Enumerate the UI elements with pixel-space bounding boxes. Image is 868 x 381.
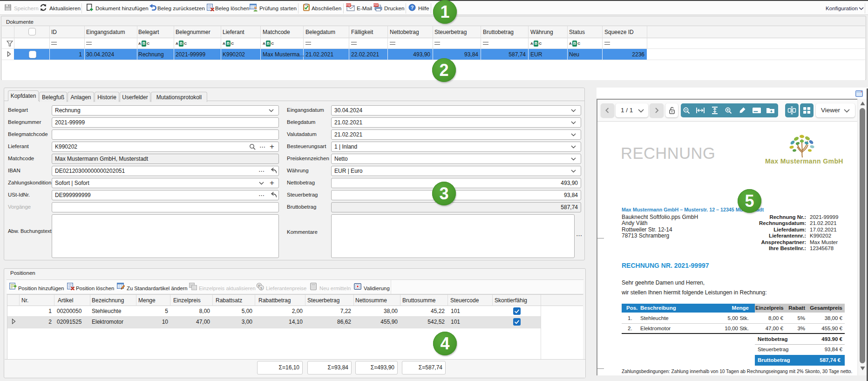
svg-text:PDF: PDF xyxy=(373,4,379,7)
svg-text:$: $ xyxy=(260,286,263,290)
svg-text:?: ? xyxy=(411,5,414,10)
svg-text:PDF: PDF xyxy=(346,4,351,7)
